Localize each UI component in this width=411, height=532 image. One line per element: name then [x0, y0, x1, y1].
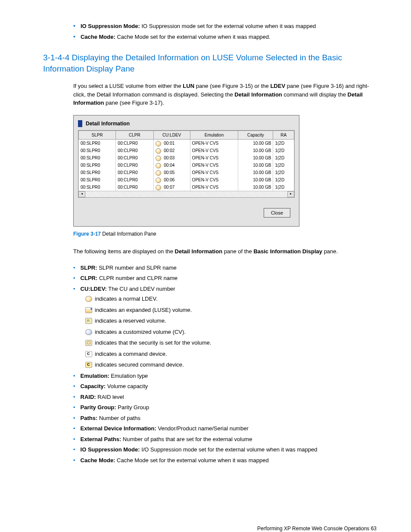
- sec-icon: [85, 340, 92, 346]
- cell-emu: OPEN-V CVS: [190, 154, 238, 162]
- reserved-icon: [85, 318, 92, 324]
- cell-cap: 10.00 GB: [238, 154, 273, 162]
- ldev-icon: [156, 156, 161, 161]
- table-row[interactable]: 00:SLPR000:CLPR0 00:02OPEN-V CVS10.00 GB…: [79, 147, 294, 154]
- legend-text: indicates a command device.: [95, 350, 167, 358]
- list-item: Cache Mode: Cache Mode set for the exter…: [73, 456, 377, 465]
- column-header[interactable]: SLPR: [79, 131, 116, 139]
- column-header[interactable]: RA: [273, 131, 294, 139]
- item-text: IO Suppression mode set for the external…: [140, 23, 316, 29]
- item-text: RAID level: [96, 394, 124, 400]
- cell-cap: 10.00 GB: [238, 184, 273, 191]
- cmd-icon: [85, 351, 92, 357]
- item-text: Number of paths that are set for the ext…: [121, 436, 252, 442]
- close-button[interactable]: Close: [264, 208, 290, 218]
- table-body: 00:SLPR000:CLPR0 00:01OPEN-V CVS10.00 GB…: [79, 139, 294, 191]
- column-header[interactable]: Capacity: [238, 131, 273, 139]
- cell-ldev: 00:03: [153, 154, 190, 162]
- ldev-icon: [156, 141, 161, 146]
- scroll-track[interactable]: [85, 192, 287, 197]
- item-label: IO Suppression Mode:: [81, 23, 140, 29]
- item-label: Cache Mode:: [81, 34, 115, 40]
- cell-cap: 10.00 GB: [238, 139, 273, 147]
- column-header[interactable]: CLPR: [116, 131, 153, 139]
- column-header[interactable]: Emulation: [190, 131, 238, 139]
- cell-clpr: 00:CLPR0: [116, 176, 153, 184]
- cell-emu: OPEN-V CVS: [190, 147, 238, 154]
- horizontal-scrollbar[interactable]: ◂ ▸: [78, 191, 294, 197]
- intro-paragraph: If you select a LUSE volume from either …: [73, 82, 377, 107]
- table-row[interactable]: 00:SLPR000:CLPR0 00:03OPEN-V CVS10.00 GB…: [79, 154, 294, 162]
- table-row[interactable]: 00:SLPR000:CLPR0 00:07OPEN-V CVS10.00 GB…: [79, 184, 294, 191]
- detail-info-label: Detail Information: [234, 91, 282, 98]
- table-row[interactable]: 00:SLPR000:CLPR0 00:04OPEN-V CVS10.00 GB…: [79, 162, 294, 169]
- cell-slpr: 00:SLPR0: [79, 162, 116, 169]
- text: pane.: [322, 248, 338, 255]
- item-text: Volume capacity: [106, 383, 148, 389]
- cell-cap: 10.00 GB: [238, 176, 273, 184]
- cell-clpr: 00:CLPR0: [116, 154, 153, 162]
- item-label: Emulation:: [81, 373, 109, 379]
- cell-ra: 1(2D: [273, 162, 294, 169]
- list-item: CU:LDEV: The CU and LDEV numberindicates…: [73, 285, 377, 369]
- item-label: External Paths:: [81, 436, 121, 442]
- title-marker-icon: [78, 120, 82, 127]
- detail-information-table: SLPRCLPRCU:LDEVEmulationCapacityRA 00:SL…: [78, 131, 294, 191]
- cell-slpr: 00:SLPR0: [79, 154, 116, 162]
- table-row[interactable]: 00:SLPR000:CLPR0 00:05OPEN-V CVS10.00 GB…: [79, 169, 294, 176]
- ldev-label: LDEV: [270, 83, 285, 89]
- expanded-icon: [85, 307, 92, 313]
- normal-icon: [85, 296, 92, 302]
- table-row[interactable]: 00:SLPR000:CLPR0 00:01OPEN-V CVS10.00 GB…: [79, 139, 294, 147]
- cell-cap: 10.00 GB: [238, 147, 273, 154]
- scroll-right-button[interactable]: ▸: [287, 191, 294, 197]
- item-text: The CU and LDEV number: [107, 286, 175, 292]
- cell-ldev: 00:06: [153, 176, 190, 184]
- list-item: Capacity: Volume capacity: [73, 382, 377, 391]
- list-item: Paths: Number of paths: [73, 414, 377, 423]
- cell-emu: OPEN-V CVS: [190, 162, 238, 169]
- list-item: IO Suppression Mode: I/O Suppression mod…: [73, 445, 377, 454]
- list-item: Parity Group: Parity Group: [73, 403, 377, 412]
- item-text: I/O Suppression mode set for the externa…: [140, 446, 318, 453]
- table-header-row[interactable]: SLPRCLPRCU:LDEVEmulationCapacityRA: [79, 131, 294, 139]
- list-item: IO Suppression Mode: IO Suppression mode…: [73, 22, 377, 31]
- item-label: IO Suppression Mode:: [81, 446, 140, 453]
- cell-ra: 1(2D: [273, 169, 294, 176]
- figure-number: Figure 3-17: [73, 231, 101, 237]
- lun-label: LUN: [183, 83, 194, 89]
- text: The following items are displayed on the: [73, 248, 175, 255]
- cell-ldev: 00:04: [153, 162, 190, 169]
- legend-row: indicates that the security is set for t…: [85, 339, 377, 347]
- legend-row: indicates a customized volume (CV).: [85, 328, 377, 336]
- legend-text: indicates a customized volume (CV).: [95, 328, 186, 336]
- figure-caption-text: Detail Information Pane: [101, 231, 156, 237]
- item-text: CLPR number and CLPR name: [97, 275, 177, 281]
- item-text: SLPR number and SLPR name: [97, 264, 177, 271]
- cell-clpr: 00:CLPR0: [116, 147, 153, 154]
- cell-ldev: 00:01: [153, 139, 190, 147]
- ldev-icon: [156, 163, 161, 168]
- item-label: Parity Group:: [81, 404, 116, 411]
- item-label: Paths:: [81, 415, 98, 421]
- table-scroll-area[interactable]: SLPRCLPRCU:LDEVEmulationCapacityRA 00:SL…: [78, 130, 295, 198]
- table-row[interactable]: 00:SLPR000:CLPR0 00:06OPEN-V CVS10.00 GB…: [79, 176, 294, 184]
- item-label: RAID:: [81, 394, 96, 400]
- figure-caption: Figure 3-17 Detail Information Pane: [73, 230, 377, 238]
- detail-info-bold: Detail Information: [175, 248, 223, 255]
- cell-ldev: 00:02: [153, 147, 190, 154]
- ldev-icon: [156, 185, 161, 190]
- legend-text: indicates a normal LDEV.: [95, 295, 158, 303]
- ldev-icon: [156, 177, 161, 183]
- scroll-left-button[interactable]: ◂: [78, 191, 85, 197]
- list-item: CLPR: CLPR number and CLPR name: [73, 274, 377, 283]
- cell-ra: 1(2D: [273, 154, 294, 162]
- list-item: External Device Information: Vendor/Prod…: [73, 424, 377, 433]
- column-header[interactable]: CU:LDEV: [153, 131, 190, 139]
- cell-emu: OPEN-V CVS: [190, 169, 238, 176]
- cell-emu: OPEN-V CVS: [190, 139, 238, 147]
- text: pane (see Figure 3-17).: [104, 100, 164, 106]
- cell-emu: OPEN-V CVS: [190, 184, 238, 191]
- figure-title-bar: Detail Information: [78, 120, 295, 128]
- top-bullet-list: IO Suppression Mode: IO Suppression mode…: [73, 22, 377, 41]
